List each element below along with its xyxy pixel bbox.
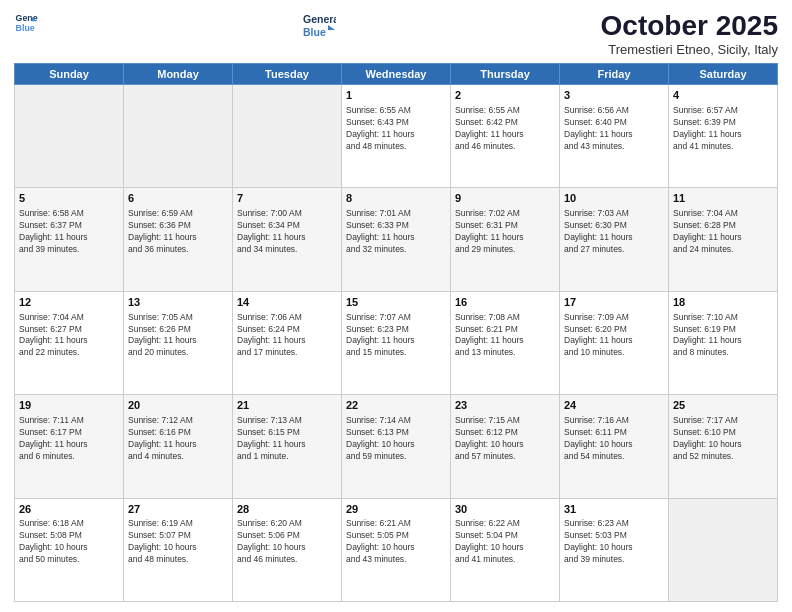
cell-content: Sunrise: 7:03 AM Sunset: 6:30 PM Dayligh…	[564, 208, 664, 256]
calendar-cell	[124, 85, 233, 188]
calendar-cell: 12Sunrise: 7:04 AM Sunset: 6:27 PM Dayli…	[15, 291, 124, 394]
day-number: 3	[564, 88, 664, 103]
day-number: 2	[455, 88, 555, 103]
day-number: 29	[346, 502, 446, 517]
calendar-cell: 25Sunrise: 7:17 AM Sunset: 6:10 PM Dayli…	[669, 395, 778, 498]
week-row-2: 12Sunrise: 7:04 AM Sunset: 6:27 PM Dayli…	[15, 291, 778, 394]
cell-content: Sunrise: 6:58 AM Sunset: 6:37 PM Dayligh…	[19, 208, 119, 256]
cell-content: Sunrise: 7:04 AM Sunset: 6:28 PM Dayligh…	[673, 208, 773, 256]
calendar-cell: 23Sunrise: 7:15 AM Sunset: 6:12 PM Dayli…	[451, 395, 560, 498]
day-number: 6	[128, 191, 228, 206]
day-number: 5	[19, 191, 119, 206]
cell-content: Sunrise: 6:59 AM Sunset: 6:36 PM Dayligh…	[128, 208, 228, 256]
day-number: 13	[128, 295, 228, 310]
week-row-0: 1Sunrise: 6:55 AM Sunset: 6:43 PM Daylig…	[15, 85, 778, 188]
day-number: 8	[346, 191, 446, 206]
day-number: 23	[455, 398, 555, 413]
svg-text:General: General	[16, 13, 38, 23]
day-number: 18	[673, 295, 773, 310]
calendar-cell: 8Sunrise: 7:01 AM Sunset: 6:33 PM Daylig…	[342, 188, 451, 291]
cell-content: Sunrise: 6:20 AM Sunset: 5:06 PM Dayligh…	[237, 518, 337, 566]
day-number: 19	[19, 398, 119, 413]
week-row-4: 26Sunrise: 6:18 AM Sunset: 5:08 PM Dayli…	[15, 498, 778, 601]
calendar-cell: 10Sunrise: 7:03 AM Sunset: 6:30 PM Dayli…	[560, 188, 669, 291]
calendar-cell: 28Sunrise: 6:20 AM Sunset: 5:06 PM Dayli…	[233, 498, 342, 601]
cell-content: Sunrise: 7:11 AM Sunset: 6:17 PM Dayligh…	[19, 415, 119, 463]
day-number: 7	[237, 191, 337, 206]
cell-content: Sunrise: 6:22 AM Sunset: 5:04 PM Dayligh…	[455, 518, 555, 566]
cell-content: Sunrise: 7:12 AM Sunset: 6:16 PM Dayligh…	[128, 415, 228, 463]
title-block: October 2025 Tremestieri Etneo, Sicily, …	[601, 10, 778, 57]
weekday-header-sunday: Sunday	[15, 64, 124, 85]
day-number: 24	[564, 398, 664, 413]
day-number: 11	[673, 191, 773, 206]
weekday-header-wednesday: Wednesday	[342, 64, 451, 85]
cell-content: Sunrise: 7:14 AM Sunset: 6:13 PM Dayligh…	[346, 415, 446, 463]
cell-content: Sunrise: 7:15 AM Sunset: 6:12 PM Dayligh…	[455, 415, 555, 463]
calendar-cell: 18Sunrise: 7:10 AM Sunset: 6:19 PM Dayli…	[669, 291, 778, 394]
cell-content: Sunrise: 7:00 AM Sunset: 6:34 PM Dayligh…	[237, 208, 337, 256]
cell-content: Sunrise: 7:02 AM Sunset: 6:31 PM Dayligh…	[455, 208, 555, 256]
day-number: 30	[455, 502, 555, 517]
calendar-cell	[15, 85, 124, 188]
calendar-cell: 30Sunrise: 6:22 AM Sunset: 5:04 PM Dayli…	[451, 498, 560, 601]
calendar-cell: 5Sunrise: 6:58 AM Sunset: 6:37 PM Daylig…	[15, 188, 124, 291]
weekday-header-row: SundayMondayTuesdayWednesdayThursdayFrid…	[15, 64, 778, 85]
day-number: 17	[564, 295, 664, 310]
calendar-cell	[669, 498, 778, 601]
week-row-1: 5Sunrise: 6:58 AM Sunset: 6:37 PM Daylig…	[15, 188, 778, 291]
day-number: 25	[673, 398, 773, 413]
calendar-cell: 22Sunrise: 7:14 AM Sunset: 6:13 PM Dayli…	[342, 395, 451, 498]
day-number: 10	[564, 191, 664, 206]
calendar-cell: 7Sunrise: 7:00 AM Sunset: 6:34 PM Daylig…	[233, 188, 342, 291]
weekday-header-saturday: Saturday	[669, 64, 778, 85]
calendar-cell: 24Sunrise: 7:16 AM Sunset: 6:11 PM Dayli…	[560, 395, 669, 498]
calendar-cell: 1Sunrise: 6:55 AM Sunset: 6:43 PM Daylig…	[342, 85, 451, 188]
cell-content: Sunrise: 7:07 AM Sunset: 6:23 PM Dayligh…	[346, 312, 446, 360]
cell-content: Sunrise: 6:23 AM Sunset: 5:03 PM Dayligh…	[564, 518, 664, 566]
day-number: 4	[673, 88, 773, 103]
day-number: 14	[237, 295, 337, 310]
day-number: 27	[128, 502, 228, 517]
weekday-header-tuesday: Tuesday	[233, 64, 342, 85]
calendar-cell: 26Sunrise: 6:18 AM Sunset: 5:08 PM Dayli…	[15, 498, 124, 601]
logo-block: General Blue	[302, 10, 336, 46]
calendar-table: SundayMondayTuesdayWednesdayThursdayFrid…	[14, 63, 778, 602]
svg-text:General: General	[303, 13, 336, 25]
cell-content: Sunrise: 6:56 AM Sunset: 6:40 PM Dayligh…	[564, 105, 664, 153]
calendar-cell	[233, 85, 342, 188]
calendar-cell: 3Sunrise: 6:56 AM Sunset: 6:40 PM Daylig…	[560, 85, 669, 188]
day-number: 20	[128, 398, 228, 413]
weekday-header-monday: Monday	[124, 64, 233, 85]
cell-content: Sunrise: 7:08 AM Sunset: 6:21 PM Dayligh…	[455, 312, 555, 360]
cell-content: Sunrise: 7:13 AM Sunset: 6:15 PM Dayligh…	[237, 415, 337, 463]
day-number: 1	[346, 88, 446, 103]
calendar-cell: 17Sunrise: 7:09 AM Sunset: 6:20 PM Dayli…	[560, 291, 669, 394]
cell-content: Sunrise: 7:09 AM Sunset: 6:20 PM Dayligh…	[564, 312, 664, 360]
calendar-cell: 14Sunrise: 7:06 AM Sunset: 6:24 PM Dayli…	[233, 291, 342, 394]
calendar-cell: 13Sunrise: 7:05 AM Sunset: 6:26 PM Dayli…	[124, 291, 233, 394]
day-number: 22	[346, 398, 446, 413]
calendar-cell: 20Sunrise: 7:12 AM Sunset: 6:16 PM Dayli…	[124, 395, 233, 498]
cell-content: Sunrise: 6:18 AM Sunset: 5:08 PM Dayligh…	[19, 518, 119, 566]
day-number: 16	[455, 295, 555, 310]
calendar-cell: 9Sunrise: 7:02 AM Sunset: 6:31 PM Daylig…	[451, 188, 560, 291]
cell-content: Sunrise: 7:05 AM Sunset: 6:26 PM Dayligh…	[128, 312, 228, 360]
cell-content: Sunrise: 6:21 AM Sunset: 5:05 PM Dayligh…	[346, 518, 446, 566]
page: General Blue General Blue General Blue O…	[0, 0, 792, 612]
cell-content: Sunrise: 6:57 AM Sunset: 6:39 PM Dayligh…	[673, 105, 773, 153]
calendar-cell: 21Sunrise: 7:13 AM Sunset: 6:15 PM Dayli…	[233, 395, 342, 498]
header: General Blue General Blue General Blue O…	[14, 10, 778, 57]
calendar-cell: 11Sunrise: 7:04 AM Sunset: 6:28 PM Dayli…	[669, 188, 778, 291]
cell-content: Sunrise: 7:17 AM Sunset: 6:10 PM Dayligh…	[673, 415, 773, 463]
cell-content: Sunrise: 7:06 AM Sunset: 6:24 PM Dayligh…	[237, 312, 337, 360]
cell-content: Sunrise: 7:04 AM Sunset: 6:27 PM Dayligh…	[19, 312, 119, 360]
weekday-header-thursday: Thursday	[451, 64, 560, 85]
calendar-cell: 27Sunrise: 6:19 AM Sunset: 5:07 PM Dayli…	[124, 498, 233, 601]
day-number: 15	[346, 295, 446, 310]
day-number: 31	[564, 502, 664, 517]
cell-content: Sunrise: 7:16 AM Sunset: 6:11 PM Dayligh…	[564, 415, 664, 463]
location: Tremestieri Etneo, Sicily, Italy	[601, 42, 778, 57]
svg-text:Blue: Blue	[303, 26, 326, 38]
day-number: 21	[237, 398, 337, 413]
